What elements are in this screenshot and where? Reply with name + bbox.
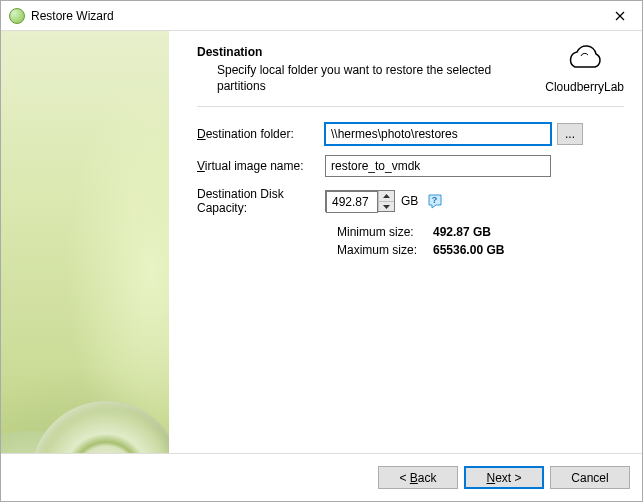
spinner-up-button[interactable] bbox=[379, 191, 394, 202]
cloud-icon bbox=[561, 45, 609, 75]
close-button[interactable] bbox=[598, 1, 642, 31]
window-title: Restore Wizard bbox=[31, 9, 598, 23]
minimum-size-value: 492.87 GB bbox=[433, 225, 491, 239]
maximum-size-label: Maximum size: bbox=[337, 243, 433, 257]
disk-capacity-spinner[interactable] bbox=[325, 190, 395, 212]
help-button[interactable]: ? bbox=[426, 192, 444, 210]
virtual-image-name-input[interactable] bbox=[325, 155, 551, 177]
disk-capacity-input[interactable] bbox=[326, 191, 378, 213]
footer: < Back Next > Cancel bbox=[1, 453, 642, 501]
page-title: Destination bbox=[197, 45, 497, 59]
next-button[interactable]: Next > bbox=[464, 466, 544, 489]
svg-text:?: ? bbox=[432, 195, 438, 205]
browse-button[interactable]: ... bbox=[557, 123, 583, 145]
virtual-image-name-label: Virtual image name: bbox=[197, 159, 325, 173]
disk-capacity-label: Destination Disk Capacity: bbox=[197, 187, 325, 215]
main-area: Destination Specify local folder you wan… bbox=[1, 31, 642, 453]
back-button[interactable]: < Back bbox=[378, 466, 458, 489]
destination-folder-input[interactable] bbox=[325, 123, 551, 145]
titlebar: Restore Wizard bbox=[1, 1, 642, 31]
maximum-size-value: 65536.00 GB bbox=[433, 243, 504, 257]
chevron-down-icon bbox=[383, 205, 390, 209]
capacity-unit: GB bbox=[401, 194, 418, 208]
spinner-down-button[interactable] bbox=[379, 202, 394, 212]
close-icon bbox=[615, 11, 625, 21]
brand-logo: CloudberryLab bbox=[545, 45, 624, 94]
cancel-button[interactable]: Cancel bbox=[550, 466, 630, 489]
destination-folder-label: Destination folder: bbox=[197, 127, 325, 141]
minimum-size-label: Minimum size: bbox=[337, 225, 433, 239]
app-icon bbox=[9, 8, 25, 24]
page-subtitle: Specify local folder you want to restore… bbox=[217, 62, 497, 94]
help-icon: ? bbox=[427, 193, 443, 209]
brand-name: CloudberryLab bbox=[545, 80, 624, 94]
separator bbox=[197, 106, 624, 107]
wizard-content: Destination Specify local folder you wan… bbox=[169, 31, 642, 453]
wizard-sidebar bbox=[1, 31, 169, 453]
sidebar-disc-icon bbox=[31, 401, 169, 453]
chevron-up-icon bbox=[383, 194, 390, 198]
